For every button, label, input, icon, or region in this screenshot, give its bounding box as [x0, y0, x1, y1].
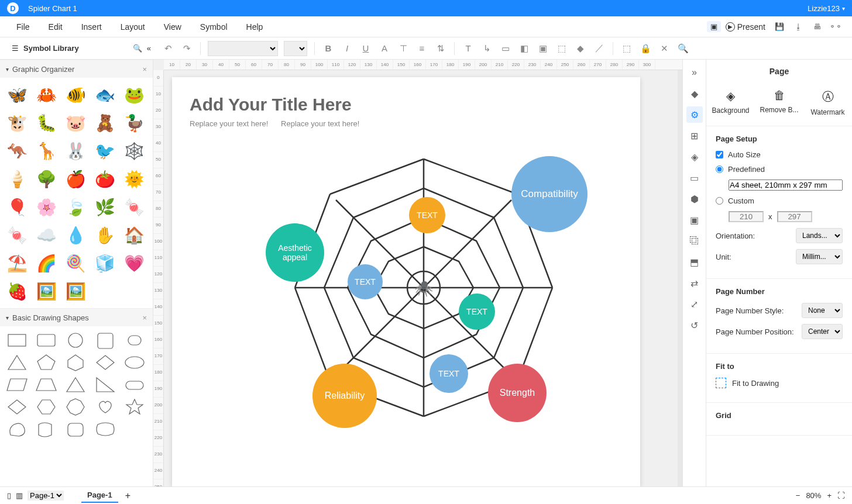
connector-icon[interactable]: ↳ — [478, 40, 496, 57]
single-page-icon[interactable]: ▯ — [7, 491, 11, 500]
shape-item[interactable] — [5, 420, 29, 439]
graphic-item[interactable]: 🌸 — [34, 195, 59, 219]
bubble-text-2[interactable]: TEXT — [348, 264, 383, 299]
present-button[interactable]: Present — [721, 21, 770, 33]
text-color-icon[interactable]: A — [376, 40, 393, 57]
line-spacing-icon[interactable]: ⇅ — [432, 40, 449, 57]
add-page-icon[interactable]: + — [125, 491, 130, 501]
fullscreen-icon[interactable]: ⛶ — [837, 491, 845, 500]
shape-item[interactable] — [63, 398, 88, 416]
graphic-item[interactable]: 🍎 — [63, 167, 88, 191]
graphic-item[interactable]: ☁️ — [34, 223, 59, 247]
graphic-item[interactable]: 🦋 — [5, 82, 29, 107]
text-tool-icon[interactable]: T — [459, 40, 477, 57]
shape-item[interactable] — [122, 353, 147, 372]
history-icon[interactable]: ↺ — [686, 317, 703, 333]
graphic-item[interactable]: 🏠 — [122, 223, 147, 247]
shape-item[interactable] — [122, 375, 147, 394]
layers-icon[interactable]: ◈ — [686, 149, 703, 165]
align-tools-icon[interactable]: ⇄ — [686, 275, 703, 291]
graphic-item[interactable]: 🦀 — [34, 82, 59, 107]
shape-icon[interactable]: ▭ — [497, 40, 514, 57]
graphic-item[interactable]: 🌿 — [93, 195, 118, 219]
redo-icon[interactable]: ↷ — [178, 40, 195, 57]
bubble-text-4[interactable]: TEXT — [430, 354, 468, 393]
subtitle-1[interactable]: Replace your text here! — [190, 119, 268, 128]
canvas-area[interactable]: 1020304050607080901001101201301401501601… — [153, 60, 682, 486]
italic-icon[interactable]: I — [338, 40, 356, 57]
graphic-item[interactable]: 🌈 — [34, 251, 59, 275]
shape-item[interactable] — [5, 375, 29, 394]
collapse-icon[interactable]: « — [147, 44, 151, 53]
graphic-item[interactable]: 💗 — [122, 251, 147, 275]
search-icon[interactable]: 🔍 — [133, 44, 142, 53]
graphic-item[interactable]: 🐸 — [122, 82, 147, 107]
unit-select[interactable]: Millim... — [796, 249, 843, 264]
bubble-text-3[interactable]: TEXT — [459, 294, 495, 330]
graphic-item[interactable]: 🕸️ — [122, 139, 147, 163]
menu-file[interactable]: File — [7, 22, 39, 32]
shape-item[interactable] — [93, 398, 118, 416]
shape-item[interactable] — [5, 353, 29, 372]
page-select[interactable]: Page-1 — [28, 491, 64, 500]
graphic-item[interactable]: 🍭 — [63, 251, 88, 275]
menu-layout[interactable]: Layout — [111, 22, 154, 32]
list-icon[interactable]: ≡ — [413, 40, 431, 57]
undo-icon[interactable]: ↶ — [159, 40, 177, 57]
text-align-icon[interactable]: ⊤ — [394, 40, 412, 57]
pn-pos-select[interactable]: Center — [802, 324, 843, 339]
shape-item[interactable] — [93, 420, 118, 439]
theme-icon[interactable]: ◆ — [686, 85, 703, 102]
menu-insert[interactable]: Insert — [72, 22, 111, 32]
bubble-aesthetic[interactable]: Aesthetic appeal — [266, 223, 324, 282]
zoom-out-icon[interactable]: − — [796, 491, 801, 500]
section-basic-shapes[interactable]: ▾ Basic Drawing Shapes × — [0, 309, 153, 326]
print-icon[interactable]: 🖶 — [809, 19, 825, 35]
bubble-compatibility[interactable]: Compatibility — [511, 156, 588, 232]
lock-icon[interactable]: 🔒 — [637, 40, 654, 57]
watermark-button[interactable]: ⒶWatermark — [805, 89, 851, 116]
line-icon[interactable]: ／ — [590, 40, 608, 57]
grid-icon[interactable]: ⊞ — [686, 127, 703, 144]
graphic-item[interactable]: 🐠 — [63, 82, 88, 107]
expand-icon[interactable]: ⤢ — [686, 296, 703, 312]
bubble-strength[interactable]: Strength — [488, 364, 547, 422]
shape-item[interactable] — [34, 420, 59, 439]
download-icon[interactable]: ⭳ — [790, 19, 806, 35]
section-graphic-organizer[interactable]: ▾ Graphic Organizer × — [0, 60, 153, 78]
shape-item[interactable] — [63, 375, 88, 394]
graphic-item[interactable]: 🍓 — [5, 279, 29, 303]
graphic-item[interactable]: 🐦 — [93, 139, 118, 163]
custom-radio[interactable] — [716, 197, 723, 205]
graphic-item[interactable]: 🐮 — [5, 111, 29, 135]
graphic-item[interactable]: 🐰 — [63, 139, 88, 163]
user-menu[interactable]: Lizzie123 — [808, 4, 845, 13]
graphic-item[interactable]: ✋ — [93, 223, 118, 247]
graphic-item[interactable]: 🦒 — [34, 139, 59, 163]
align-left-icon[interactable]: ◧ — [516, 40, 533, 57]
export-icon[interactable]: ⬒ — [686, 254, 703, 270]
graphic-item[interactable]: 🌳 — [34, 167, 59, 191]
spider-chart[interactable]: 🕷️ Compatibility Aesthetic appeal Reliab… — [277, 141, 570, 434]
graphic-item[interactable]: 🦘 — [5, 139, 29, 163]
org-icon[interactable]: ⿻ — [686, 233, 703, 249]
vertical-scrollbar[interactable] — [678, 70, 682, 486]
shape-item[interactable] — [5, 331, 29, 350]
app-logo-icon[interactable]: D — [7, 2, 19, 14]
graphic-item[interactable]: 🐷 — [63, 111, 88, 135]
graphic-item[interactable]: 🍃 — [63, 195, 88, 219]
graphic-item[interactable]: 🎈 — [5, 195, 29, 219]
shape-item[interactable] — [63, 353, 88, 372]
menu-help[interactable]: Help — [237, 22, 273, 32]
image-icon[interactable]: ▣ — [686, 212, 703, 228]
find-icon[interactable]: 🔍 — [674, 40, 692, 57]
shape-item[interactable] — [93, 375, 118, 394]
shape-item[interactable] — [34, 398, 59, 416]
data-icon[interactable]: ⬢ — [686, 191, 703, 207]
shape-item[interactable] — [93, 353, 118, 372]
graphic-item[interactable]: 🐛 — [34, 111, 59, 135]
underline-icon[interactable]: U — [357, 40, 375, 57]
shape-item[interactable] — [34, 375, 59, 394]
predefined-radio[interactable] — [716, 165, 723, 173]
graphic-item[interactable]: 🐟 — [93, 82, 118, 107]
